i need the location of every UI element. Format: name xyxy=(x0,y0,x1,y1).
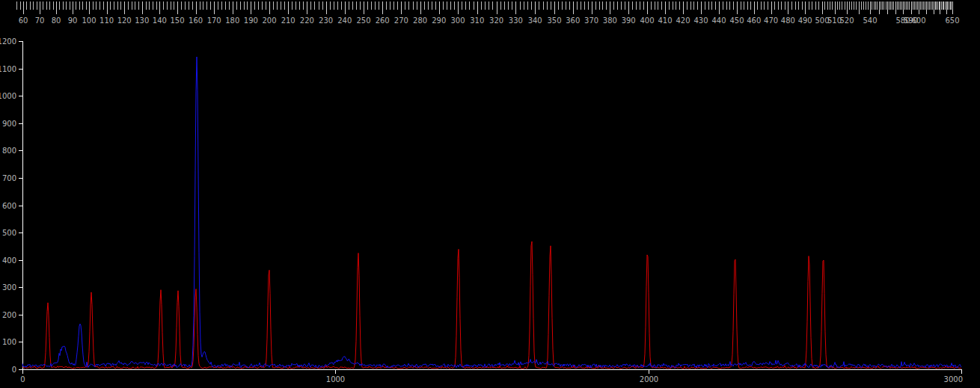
x-axis-tick-label: 3000 xyxy=(944,375,963,384)
y-axis-tick-label: 400 xyxy=(2,256,16,265)
y-axis-tick-label: 900 xyxy=(2,120,16,128)
y-axis-tick-label: 300 xyxy=(2,283,16,292)
x-axis-tick-label: 0 xyxy=(20,375,25,384)
x-axis-tick-label: 1000 xyxy=(326,375,345,384)
y-axis-tick-label: 600 xyxy=(2,202,16,210)
y-axis-tick-label: 500 xyxy=(2,229,16,237)
y-axis-tick-label: 0 xyxy=(12,366,16,374)
y-axis-tick-label: 1100 xyxy=(0,65,16,73)
y-axis-tick-label: 1000 xyxy=(0,92,16,100)
y-axis-tick-label: 200 xyxy=(2,311,16,319)
blue-sample-trace xyxy=(22,57,961,368)
electropherogram-view: 6070809010011012013014015016017018019020… xyxy=(0,0,980,388)
y-axis-tick-label: 700 xyxy=(2,174,16,182)
red-size-standard-trace xyxy=(22,241,961,369)
x-axis-tick-label: 2000 xyxy=(640,375,658,384)
y-axis-tick-label: 1200 xyxy=(0,37,16,46)
y-axis-tick-label: 100 xyxy=(2,338,16,346)
y-axis-tick-label: 800 xyxy=(2,147,16,155)
trace-plot[interactable]: 0100200300400500600700800900100011001200… xyxy=(0,0,980,388)
